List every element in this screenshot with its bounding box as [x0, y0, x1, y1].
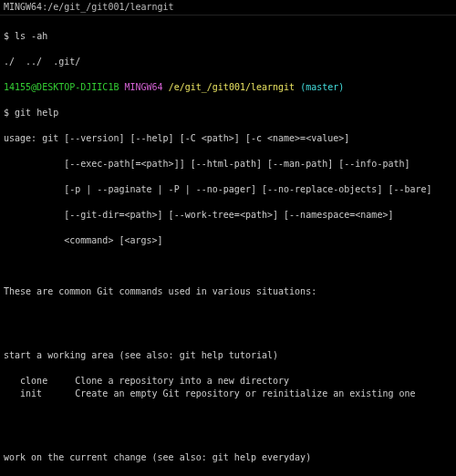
usage-line: [--exec-path[=<path>]] [--html-path] [--… [4, 158, 452, 171]
usage-line: <command> [<args>] [4, 234, 452, 247]
terminal-area[interactable]: $ ls -ah ./ ../ .git/ 14155@DESKTOP-DJII… [0, 16, 456, 476]
window-titlebar: MINGW64:/e/git_/git001/learngit [0, 0, 456, 16]
prompt-symbol: $ [4, 31, 9, 41]
command-line: $ git help [4, 107, 452, 119]
typed-command: ls -ah [15, 31, 47, 41]
prompt-env: MINGW64 [124, 82, 162, 92]
prompt-branch: (master) [300, 82, 344, 92]
usage-line: [-p | --paginate | -P | --no-pager] [--n… [4, 183, 452, 196]
typed-command: git help [15, 108, 58, 118]
section-title: work on the current change (see also: gi… [4, 451, 452, 464]
list-item: clone Clone a repository into a new dire… [4, 375, 452, 388]
prompt-line-2: 14155@DESKTOP-DJIIC1B MINGW64 /e/git_/gi… [4, 81, 452, 94]
prompt-userhost: 14155@DESKTOP-DJIIC1B [4, 82, 119, 92]
usage-line: [--git-dir=<path>] [--work-tree=<path>] … [4, 209, 452, 222]
usage-line: usage: git [--version] [--help] [-C <pat… [4, 132, 452, 145]
section-body: clone Clone a repository into a new dire… [4, 375, 452, 400]
section-title: start a working area (see also: git help… [4, 349, 452, 362]
prompt-line-1: $ ls -ah [4, 30, 452, 43]
prompt-path: /e/git_/git001/learngit [169, 82, 295, 92]
ls-output: ./ ../ .git/ [4, 56, 452, 68]
list-item: init Create an empty Git repository or r… [4, 388, 452, 400]
section-intro: These are common Git commands used in va… [4, 285, 452, 298]
prompt-symbol: $ [4, 108, 9, 118]
